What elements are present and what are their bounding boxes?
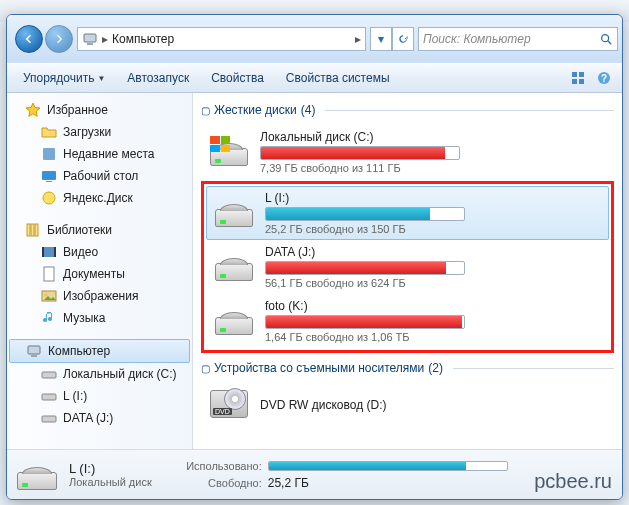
sidebar-item-disk-j[interactable]: DATA (J:) — [7, 407, 192, 429]
usage-bar — [268, 461, 508, 471]
sidebar-item-disk-i[interactable]: L (I:) — [7, 385, 192, 407]
collapse-icon: ▢ — [201, 363, 210, 374]
help-button[interactable]: ? — [592, 66, 616, 90]
history-dropdown[interactable]: ▾ — [370, 27, 392, 51]
svg-point-21 — [45, 294, 48, 297]
svg-text:?: ? — [601, 73, 607, 84]
svg-rect-13 — [27, 224, 30, 236]
svg-rect-5 — [572, 79, 577, 84]
sidebar-item-desktop[interactable]: Рабочий стол — [7, 165, 192, 187]
svg-rect-16 — [42, 247, 56, 257]
svg-rect-26 — [42, 416, 56, 422]
watermark: pcbee.ru — [534, 470, 612, 493]
documents-icon — [41, 266, 57, 282]
svg-point-12 — [43, 192, 55, 204]
sidebar-item-music[interactable]: Музыка — [7, 307, 192, 329]
section-hard-drives[interactable]: ▢ Жесткие диски (4) — [197, 101, 618, 119]
toolbar: Упорядочить▼ Автозапуск Свойства Свойств… — [7, 63, 622, 93]
drive-icon — [41, 366, 57, 382]
svg-rect-9 — [43, 148, 55, 160]
details-subtitle: Локальный диск — [69, 476, 152, 488]
dvd-icon: DVD — [208, 388, 250, 424]
svg-rect-4 — [579, 72, 584, 77]
sidebar: Избранное Загрузки Недавние места Рабочи… — [7, 93, 193, 449]
chevron-right-icon: ▸ — [102, 32, 108, 46]
highlight-annotation: L (I:)25,2 ГБ свободно из 150 ГБDATA (J:… — [201, 181, 614, 353]
capacity-bar — [265, 261, 465, 275]
computer-icon — [26, 343, 42, 359]
sidebar-item-documents[interactable]: Документы — [7, 263, 192, 285]
svg-rect-11 — [46, 181, 52, 182]
organize-button[interactable]: Упорядочить▼ — [13, 67, 115, 89]
back-button[interactable] — [15, 25, 43, 53]
recent-icon — [41, 146, 57, 162]
sidebar-item-images[interactable]: Изображения — [7, 285, 192, 307]
drive-item[interactable]: DATA (J:)56,1 ГБ свободно из 624 ГБ — [206, 240, 609, 294]
view-button[interactable] — [566, 66, 590, 90]
sidebar-item-disk-c[interactable]: Локальный диск (C:) — [7, 363, 192, 385]
breadcrumb[interactable]: ▸ Компьютер ▸ — [77, 27, 366, 51]
chevron-right-icon: ▸ — [355, 32, 361, 46]
images-icon — [41, 288, 57, 304]
svg-rect-17 — [42, 247, 44, 257]
star-icon — [25, 102, 41, 118]
hdd-icon — [213, 303, 255, 339]
svg-rect-23 — [31, 355, 37, 357]
svg-rect-0 — [84, 34, 96, 42]
svg-rect-6 — [579, 79, 584, 84]
forward-button[interactable] — [45, 25, 73, 53]
hdd-icon — [213, 195, 255, 231]
sidebar-item-video[interactable]: Видео — [7, 241, 192, 263]
folder-icon — [41, 124, 57, 140]
drive-status: 25,2 ГБ свободно из 150 ГБ — [265, 223, 602, 235]
drive-icon — [15, 456, 59, 494]
svg-rect-1 — [87, 43, 93, 45]
details-pane: L (I:) Локальный диск Использовано: Своб… — [7, 449, 622, 499]
free-value: 25,2 ГБ — [268, 476, 309, 490]
drive-name: foto (K:) — [265, 299, 602, 313]
yandex-icon — [41, 190, 57, 206]
main-content: ▢ Жесткие диски (4) Локальный диск (C:)7… — [193, 93, 622, 449]
refresh-button[interactable] — [392, 27, 414, 51]
svg-rect-18 — [54, 247, 56, 257]
system-properties-button[interactable]: Свойства системы — [276, 67, 400, 89]
drive-item[interactable]: Локальный диск (C:)7,39 ГБ свободно из 1… — [201, 125, 618, 179]
svg-rect-3 — [572, 72, 577, 77]
sidebar-item-downloads[interactable]: Загрузки — [7, 121, 192, 143]
hdd-icon — [208, 134, 250, 170]
breadcrumb-path[interactable]: Компьютер — [112, 32, 351, 46]
drive-item[interactable]: foto (K:)1,64 ГБ свободно из 1,06 ТБ — [206, 294, 609, 348]
svg-rect-19 — [44, 267, 54, 281]
sidebar-libraries[interactable]: Библиотеки — [7, 219, 192, 241]
drive-status: 56,1 ГБ свободно из 624 ГБ — [265, 277, 602, 289]
used-label: Использовано: — [172, 460, 262, 472]
svg-point-2 — [602, 35, 609, 42]
drive-status: 7,39 ГБ свободно из 111 ГБ — [260, 162, 611, 174]
svg-rect-14 — [31, 224, 34, 236]
sidebar-item-yandexdisk[interactable]: Яндекс.Диск — [7, 187, 192, 209]
collapse-icon: ▢ — [201, 105, 210, 116]
drive-icon — [41, 410, 57, 426]
drive-status: 1,64 ГБ свободно из 1,06 ТБ — [265, 331, 602, 343]
titlebar: ▸ Компьютер ▸ ▾ Поиск: Компьютер — [7, 15, 622, 63]
capacity-bar — [265, 315, 465, 329]
sidebar-item-recent[interactable]: Недавние места — [7, 143, 192, 165]
search-placeholder: Поиск: Компьютер — [423, 32, 595, 46]
drive-item[interactable]: L (I:)25,2 ГБ свободно из 150 ГБ — [206, 186, 609, 240]
capacity-bar — [265, 207, 465, 221]
svg-rect-15 — [35, 224, 38, 236]
sidebar-favorites[interactable]: Избранное — [7, 99, 192, 121]
properties-button[interactable]: Свойства — [201, 67, 274, 89]
sidebar-computer[interactable]: Компьютер — [9, 339, 190, 363]
drive-item-dvd[interactable]: DVD DVD RW дисковод (D:) — [201, 383, 618, 429]
library-icon — [25, 222, 41, 238]
drive-icon — [41, 388, 57, 404]
search-input[interactable]: Поиск: Компьютер — [418, 27, 618, 51]
autorun-button[interactable]: Автозапуск — [117, 67, 199, 89]
svg-rect-22 — [28, 346, 40, 354]
desktop-icon — [41, 168, 57, 184]
svg-rect-24 — [42, 372, 56, 378]
drive-name: DATA (J:) — [265, 245, 602, 259]
section-removable[interactable]: ▢ Устройства со съемными носителями (2) — [197, 359, 618, 377]
video-icon — [41, 244, 57, 260]
